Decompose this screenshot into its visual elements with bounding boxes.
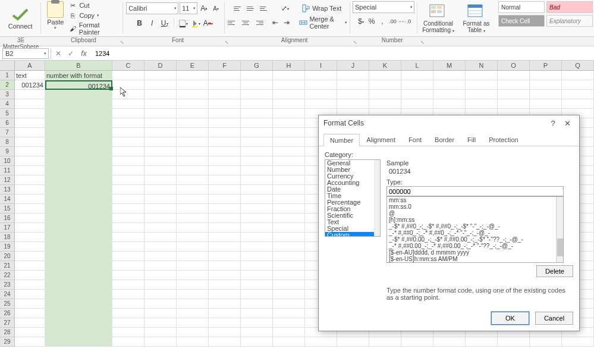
cell-P1[interactable] [530, 71, 562, 80]
cell-G20[interactable] [241, 252, 273, 261]
cell-L4[interactable] [401, 99, 433, 109]
column-header-L[interactable]: L [401, 61, 433, 70]
cell-H14[interactable] [273, 194, 305, 204]
cell-G19[interactable] [241, 242, 273, 252]
cell-D22[interactable] [144, 271, 177, 280]
cell-M1[interactable] [433, 71, 466, 80]
cell-F18[interactable] [209, 233, 241, 242]
underline-button[interactable]: U▾ [159, 18, 170, 29]
type-item[interactable]: _-* #,##0.00_-;_-* #,##0.00_-;_-* "-"??_… [387, 243, 563, 249]
connect-button[interactable]: Connect [8, 23, 33, 30]
cell-H12[interactable] [273, 175, 305, 185]
cell-E24[interactable] [177, 290, 209, 299]
column-header-E[interactable]: E [177, 61, 209, 70]
row-header-29[interactable]: 29 [0, 337, 15, 347]
orientation-button[interactable]: ⤢▾ [279, 3, 290, 14]
cell-E19[interactable] [177, 242, 209, 252]
format-painter-button[interactable]: 🖌 Format Painter [68, 21, 120, 36]
cell-G11[interactable] [241, 166, 273, 175]
cell-A16[interactable] [15, 214, 45, 223]
cell-K2[interactable] [369, 80, 401, 90]
cell-E28[interactable] [177, 328, 209, 337]
cell-C10[interactable] [112, 156, 144, 166]
cell-D21[interactable] [144, 261, 177, 271]
cell-B9[interactable] [45, 147, 112, 156]
cell-F21[interactable] [209, 261, 241, 271]
cell-A24[interactable] [15, 290, 45, 299]
cell-I1[interactable] [305, 71, 337, 80]
cell-H22[interactable] [273, 271, 305, 280]
cell-G8[interactable] [241, 137, 273, 147]
cell-C24[interactable] [112, 290, 144, 299]
cell-E21[interactable] [177, 261, 209, 271]
cell-A14[interactable] [15, 194, 45, 204]
cell-G7[interactable] [241, 128, 273, 137]
cell-F27[interactable] [209, 318, 241, 328]
cell-B4[interactable] [45, 99, 112, 109]
accounting-format-button[interactable]: $▾ [356, 16, 366, 27]
row-header-17[interactable]: 17 [0, 223, 15, 233]
column-header-D[interactable]: D [144, 61, 177, 70]
cell-A17[interactable] [15, 223, 45, 233]
cell-H4[interactable] [273, 99, 305, 109]
cell-H6[interactable] [273, 118, 305, 128]
cell-B11[interactable] [45, 166, 112, 175]
cell-J2[interactable] [337, 80, 369, 90]
cell-F13[interactable] [209, 185, 241, 194]
cell-A22[interactable] [15, 271, 45, 280]
cell-C3[interactable] [112, 90, 144, 99]
cell-D28[interactable] [144, 328, 177, 337]
cell-B27[interactable] [45, 318, 112, 328]
cell-C1[interactable] [112, 71, 144, 80]
row-header-12[interactable]: 12 [0, 175, 15, 185]
cell-A13[interactable] [15, 185, 45, 194]
cell-A25[interactable] [15, 299, 45, 309]
cell-C19[interactable] [112, 242, 144, 252]
cut-button[interactable]: ✂ Cut [68, 1, 120, 10]
cell-G2[interactable] [241, 80, 273, 90]
style-bad[interactable]: Bad [546, 1, 593, 13]
row-header-11[interactable]: 11 [0, 166, 15, 175]
cell-E20[interactable] [177, 252, 209, 261]
row-header-27[interactable]: 27 [0, 318, 15, 328]
cell-F28[interactable] [209, 328, 241, 337]
cell-B5[interactable] [45, 109, 112, 118]
cell-D2[interactable] [144, 80, 177, 90]
cell-G24[interactable] [241, 290, 273, 299]
column-header-M[interactable]: M [433, 61, 466, 70]
cell-G5[interactable] [241, 109, 273, 118]
row-header-9[interactable]: 9 [0, 147, 15, 156]
cell-E6[interactable] [177, 118, 209, 128]
align-left-button[interactable] [227, 17, 238, 28]
cell-B17[interactable] [45, 223, 112, 233]
cell-F1[interactable] [209, 71, 241, 80]
row-header-16[interactable]: 16 [0, 214, 15, 223]
cell-L3[interactable] [401, 90, 433, 99]
decrease-indent-button[interactable]: ⇤ [271, 17, 280, 28]
cell-B28[interactable] [45, 328, 112, 337]
cell-C17[interactable] [112, 223, 144, 233]
cell-E27[interactable] [177, 318, 209, 328]
cell-D9[interactable] [144, 147, 177, 156]
cell-H25[interactable] [273, 299, 305, 309]
cell-O3[interactable] [498, 90, 530, 99]
cell-H26[interactable] [273, 309, 305, 318]
type-listbox[interactable]: mm:ssmm:ss.0@[h]:mm:ss_-$* #,##0_-;_-$* … [386, 196, 564, 263]
cell-H28[interactable] [273, 328, 305, 337]
cell-F5[interactable] [209, 109, 241, 118]
cell-B2[interactable]: 001234 [45, 80, 112, 90]
category-listbox[interactable]: GeneralNumberCurrencyAccountingDateTimeP… [325, 159, 381, 237]
cell-H17[interactable] [273, 223, 305, 233]
cell-C21[interactable] [112, 261, 144, 271]
delete-button[interactable]: Delete [536, 265, 573, 277]
cell-H5[interactable] [273, 109, 305, 118]
cell-H19[interactable] [273, 242, 305, 252]
cell-B13[interactable] [45, 185, 112, 194]
merge-center-button[interactable]: Merge & Center ▾ [299, 15, 347, 30]
cell-P3[interactable] [530, 90, 562, 99]
tab-border[interactable]: Border [428, 133, 461, 146]
type-input[interactable] [386, 186, 564, 196]
tab-alignment[interactable]: Alignment [360, 133, 402, 146]
cell-A28[interactable] [15, 328, 45, 337]
cell-C7[interactable] [112, 128, 144, 137]
